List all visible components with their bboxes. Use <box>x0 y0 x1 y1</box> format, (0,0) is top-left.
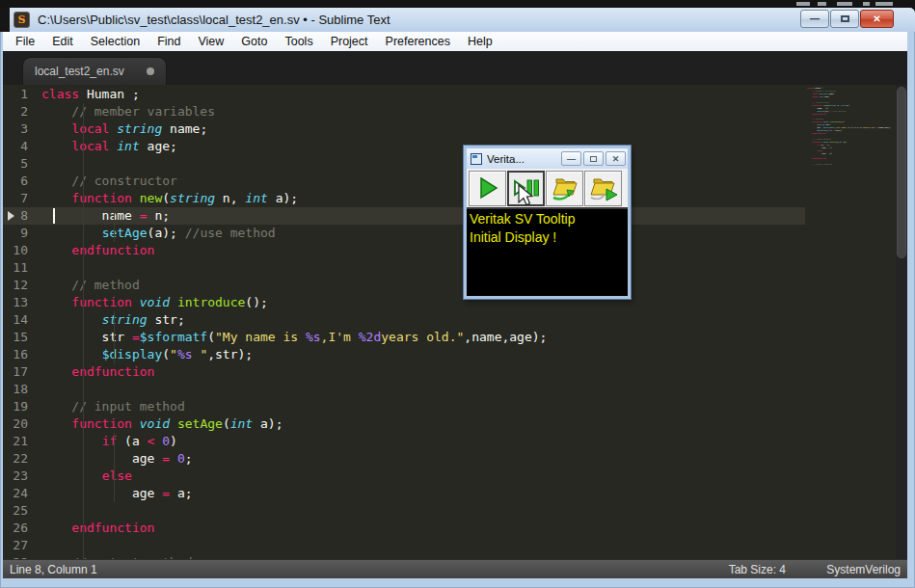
code-text[interactable]: $display("%s ",str); <box>41 346 896 363</box>
menu-item-preferences[interactable]: Preferences <box>377 33 459 50</box>
run-button[interactable] <box>469 171 506 206</box>
code-text[interactable]: age = 0; <box>41 450 896 468</box>
open-folder-button[interactable] <box>546 171 583 206</box>
menu-item-file[interactable]: File <box>7 33 43 50</box>
code-line[interactable]: 25 <box>3 502 896 520</box>
line-number[interactable]: 12 <box>3 277 41 294</box>
scrollbar[interactable] <box>896 85 907 559</box>
line-number[interactable]: 16 <box>3 346 41 363</box>
line-number[interactable]: 10 <box>3 242 41 259</box>
line-number[interactable]: 27 <box>3 537 41 554</box>
code-editor[interactable]: 1class Human ;2 // member variables3 loc… <box>3 85 907 559</box>
code-line[interactable]: 4 local int age; <box>3 138 896 155</box>
title-bar[interactable]: S C:\Users\Public\sv_test\class\local_te… <box>0 8 915 32</box>
code-line[interactable]: 7 function new(string n, int a); <box>3 190 896 207</box>
syntax-indicator[interactable]: SystemVerilog <box>826 563 901 576</box>
code-line[interactable]: 18 <box>3 381 896 398</box>
code-line[interactable]: 11 <box>3 259 896 277</box>
code-text[interactable] <box>41 537 896 554</box>
line-number[interactable]: 14 <box>3 311 41 329</box>
line-number[interactable]: 7 <box>3 190 41 207</box>
code-text[interactable]: function void setAge(int a); <box>41 415 896 433</box>
code-text[interactable]: // member variables <box>41 103 896 120</box>
code-lines[interactable]: 1class Human ;2 // member variables3 loc… <box>3 86 896 559</box>
code-line[interactable]: 23 else <box>3 468 896 485</box>
line-number[interactable]: 11 <box>3 259 41 277</box>
code-text[interactable]: age = a; <box>41 485 896 502</box>
menu-item-help[interactable]: Help <box>459 33 501 50</box>
code-line[interactable]: 2 // member variables <box>3 103 896 120</box>
veritak-title-bar[interactable]: Verita... — ✕ <box>467 148 628 169</box>
line-number[interactable]: 18 <box>3 381 41 398</box>
maximize-button[interactable] <box>830 10 859 28</box>
veritak-window[interactable]: Verita... — ✕ <box>464 146 631 299</box>
line-number[interactable]: 1 <box>3 86 41 103</box>
line-number[interactable]: 5 <box>3 155 41 173</box>
line-number[interactable]: 4 <box>3 138 41 155</box>
modified-dot-icon[interactable] <box>147 67 154 75</box>
line-number[interactable]: 26 <box>3 520 41 537</box>
code-text[interactable]: str =$sformatf("My name is %s,I'm %2dyea… <box>41 329 896 346</box>
veritak-close-button[interactable]: ✕ <box>606 151 626 166</box>
code-text[interactable]: endfunction <box>41 363 896 381</box>
line-number[interactable]: 19 <box>3 398 41 415</box>
code-text[interactable]: else <box>41 468 896 485</box>
menu-item-edit[interactable]: Edit <box>43 33 82 50</box>
code-line[interactable]: 24 age = a; <box>3 485 896 502</box>
code-line[interactable]: 21 if (a < 0) <box>3 433 896 450</box>
menu-item-view[interactable]: View <box>189 33 232 50</box>
code-text[interactable] <box>41 502 896 520</box>
code-line[interactable]: 26 endfunction <box>3 520 896 537</box>
line-number[interactable]: 23 <box>3 468 41 485</box>
menu-item-project[interactable]: Project <box>322 33 377 50</box>
code-line[interactable]: 20 function void setAge(int a); <box>3 415 896 433</box>
tab-local-test2[interactable]: local_test2_en.sv <box>22 57 167 85</box>
code-line[interactable]: 19 // input method <box>3 398 896 415</box>
tab-size-indicator[interactable]: Tab Size: 4 <box>729 563 786 576</box>
code-text[interactable]: endfunction <box>41 520 896 537</box>
line-number[interactable]: 6 <box>3 173 41 190</box>
veritak-minimize-button[interactable]: — <box>561 151 581 166</box>
code-line[interactable]: 5 <box>3 155 896 173</box>
line-number[interactable]: 22 <box>3 450 41 468</box>
line-number[interactable]: 3 <box>3 120 41 138</box>
close-button[interactable]: ✕ <box>860 10 894 28</box>
code-line[interactable]: 12 // method <box>3 277 896 294</box>
minimize-button[interactable]: — <box>800 10 829 28</box>
code-line[interactable]: 3 local string name; <box>3 120 896 138</box>
line-number[interactable]: 17 <box>3 363 41 381</box>
code-text[interactable]: string str; <box>41 311 896 329</box>
menu-item-goto[interactable]: Goto <box>232 33 276 50</box>
scrollbar-thumb[interactable] <box>897 87 906 258</box>
code-line[interactable]: 6 // constructor <box>3 173 896 190</box>
veritak-maximize-button[interactable] <box>583 151 604 166</box>
code-text[interactable]: local string name; <box>41 120 896 138</box>
line-number[interactable]: 24 <box>3 485 41 502</box>
line-number[interactable]: 2 <box>3 103 41 120</box>
code-line[interactable]: 13 function void introduce(); <box>3 294 896 311</box>
code-line[interactable]: 17 endfunction <box>3 363 896 381</box>
line-number[interactable]: 21 <box>3 433 41 450</box>
menu-item-tools[interactable]: Tools <box>276 33 321 50</box>
open-folder-run-button[interactable] <box>584 171 622 206</box>
code-line[interactable]: 9 setAge(a); //use method <box>3 225 896 242</box>
line-number[interactable]: 15 <box>3 329 41 346</box>
code-line[interactable]: 27 <box>3 537 896 554</box>
minimap[interactable]: class Human ; // member variables local … <box>805 85 896 559</box>
code-text[interactable] <box>41 381 896 398</box>
line-number[interactable]: 13 <box>3 294 41 311</box>
line-number[interactable]: 20 <box>3 415 41 433</box>
code-line[interactable]: 8 name = n; <box>3 207 896 225</box>
code-text[interactable]: if (a < 0) <box>41 433 896 450</box>
code-line[interactable]: 22 age = 0; <box>3 450 896 468</box>
code-line[interactable]: 16 $display("%s ",str); <box>3 346 896 363</box>
code-line[interactable]: 1class Human ; <box>3 86 896 103</box>
menu-item-selection[interactable]: Selection <box>82 33 148 50</box>
code-line[interactable]: 15 str =$sformatf("My name is %s,I'm %2d… <box>3 329 896 346</box>
line-number[interactable]: 9 <box>3 225 41 242</box>
line-number[interactable]: 25 <box>3 502 41 520</box>
code-line[interactable]: 10 endfunction <box>3 242 896 259</box>
code-line[interactable]: 14 string str; <box>3 311 896 329</box>
menu-item-find[interactable]: Find <box>148 33 189 50</box>
code-text[interactable]: class Human ; <box>41 86 896 103</box>
